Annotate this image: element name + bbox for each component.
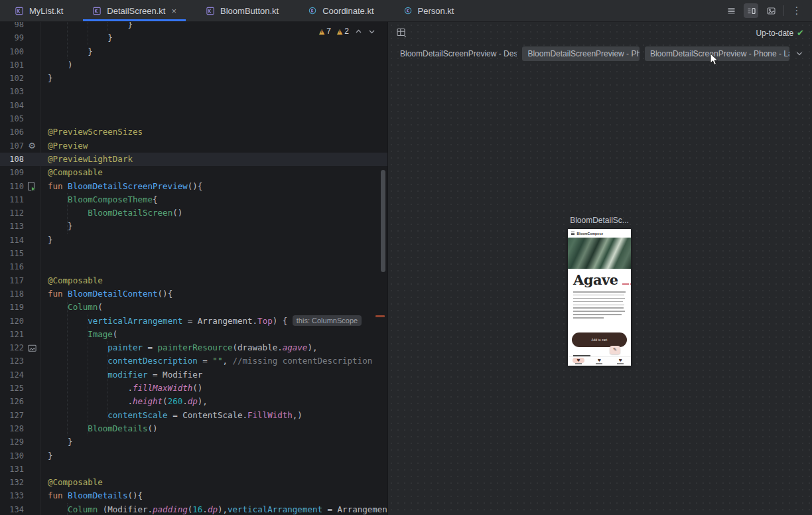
line-number: 129 xyxy=(0,435,24,449)
code-token: @Composable xyxy=(48,167,103,177)
code-text: @Composable xyxy=(40,476,103,489)
gutter[interactable]: 105 xyxy=(0,112,40,125)
gutter[interactable]: 128 xyxy=(0,422,40,435)
image-preview-icon[interactable] xyxy=(764,3,778,18)
gutter[interactable]: 112 xyxy=(0,206,40,220)
preview-tab-1[interactable]: BloomDetailScreenPreview - Phone xyxy=(522,46,640,61)
code-token: BloomDetails xyxy=(88,423,147,433)
gutter-slot xyxy=(24,368,40,382)
gutter[interactable]: 130 xyxy=(0,449,40,463)
gutter[interactable]: 113 xyxy=(0,220,40,233)
weak-warnings-count[interactable]: ▲ 2 xyxy=(337,27,349,36)
prev-issue-icon[interactable] xyxy=(355,28,362,35)
tab-person-kt[interactable]: Person.kt xyxy=(394,0,464,21)
tab-bloombutton-kt[interactable]: BloomButton.kt xyxy=(196,0,288,21)
gutter[interactable]: 134 xyxy=(0,503,40,515)
gutter[interactable]: 111 xyxy=(0,193,40,206)
gutter[interactable]: 117 xyxy=(0,274,40,287)
code-token: , xyxy=(222,356,232,366)
code-token: verticalArrangement xyxy=(88,316,182,326)
warnings-count[interactable]: ▲ 7 xyxy=(319,27,331,36)
close-icon[interactable]: × xyxy=(171,6,176,16)
nav-item-2: ♥ xyxy=(613,358,628,364)
gutter[interactable]: 104 xyxy=(0,99,40,112)
inspection-widget[interactable]: ▲ 7 ▲ 2 xyxy=(319,27,375,36)
code-token: () xyxy=(172,208,182,218)
code-text: painter = painterResource(drawable.agave… xyxy=(40,341,317,354)
gutter[interactable]: 120 xyxy=(0,315,40,328)
code-token: fun xyxy=(48,490,63,500)
code-line-114: 114} xyxy=(0,234,387,247)
gutter-slot xyxy=(24,125,40,139)
tab-mylist-kt[interactable]: MyList.kt xyxy=(5,0,72,21)
code-token: agave xyxy=(283,342,308,352)
tab-label: BloomButton.kt xyxy=(220,6,279,16)
gutter[interactable]: 116 xyxy=(0,260,40,273)
gutter[interactable]: 102 xyxy=(0,72,40,85)
split-editor-icon[interactable] xyxy=(744,3,758,18)
tab-detailscreen-kt[interactable]: DetailScreen.kt× xyxy=(83,0,186,21)
preview-tab-0[interactable]: BloomDetailScreenPreview - Desktop xyxy=(395,46,517,61)
kotlin-file-icon xyxy=(206,6,216,16)
gutter[interactable]: 121 xyxy=(0,328,40,341)
code-text: @PreviewScreenSizes xyxy=(40,125,143,139)
build-status-label: Up-to-date xyxy=(756,29,793,38)
code-token xyxy=(48,504,68,514)
gear-icon[interactable]: ⚙ xyxy=(24,139,40,153)
gutter[interactable]: 118 xyxy=(0,287,40,301)
tab-coordinate-kt[interactable]: Coordinate.kt xyxy=(299,0,383,21)
gutter[interactable]: 101 xyxy=(0,58,40,72)
grid-view-icon[interactable] xyxy=(396,27,407,38)
gutter[interactable]: 129 xyxy=(0,435,40,449)
run-preview-icon[interactable] xyxy=(24,180,40,193)
gutter[interactable]: 125 xyxy=(0,382,40,395)
code-text: } xyxy=(40,45,93,58)
gutter[interactable]: 131 xyxy=(0,463,40,476)
gutter[interactable]: 107⚙ xyxy=(0,139,40,153)
gutter[interactable]: 110 xyxy=(0,180,40,193)
plant-heading-row: Agave xyxy=(568,269,631,287)
editor-scrollbar[interactable] xyxy=(381,170,385,272)
gutter[interactable]: 124 xyxy=(0,368,40,382)
error-stripe-mark[interactable] xyxy=(375,315,385,317)
more-options-icon[interactable]: ⋮ xyxy=(789,3,804,18)
gutter[interactable]: 119 xyxy=(0,301,40,314)
gutter[interactable]: 114 xyxy=(0,234,40,247)
code-text: BloomDetails() xyxy=(40,422,158,435)
code-token: } xyxy=(48,22,133,29)
phone-preview[interactable]: BloomCompose Agave Add to cart ✎ ♥♥♥ xyxy=(568,229,631,366)
code-token xyxy=(48,194,68,204)
gutter[interactable]: 103 xyxy=(0,85,40,98)
image-line-icon[interactable] xyxy=(24,341,40,354)
code-token: //missing contentDescription xyxy=(232,356,372,366)
menu-list-icon[interactable] xyxy=(724,3,738,18)
pencil-icon: ✎ xyxy=(613,348,617,352)
gutter-slot xyxy=(24,435,40,449)
gutter[interactable]: 99 xyxy=(0,31,40,44)
editor-tab-bar: MyList.ktDetailScreen.kt×BloomButton.ktC… xyxy=(0,0,812,22)
nav-label-placeholder xyxy=(596,363,602,364)
code-token xyxy=(48,356,107,366)
gutter[interactable]: 109 xyxy=(0,166,40,179)
code-token: contentScale xyxy=(107,410,167,420)
code-editor[interactable]: 98 }99 }100 }101 )102}103104105106@Previ… xyxy=(0,22,387,515)
code-line-132: 132@Composable xyxy=(0,476,387,489)
gutter[interactable]: 108 xyxy=(0,153,40,166)
gutter[interactable]: 133 xyxy=(0,489,40,502)
gutter[interactable]: 123 xyxy=(0,354,40,368)
gutter[interactable]: 126 xyxy=(0,395,40,408)
gutter[interactable]: 115 xyxy=(0,247,40,260)
gutter[interactable]: 100 xyxy=(0,45,40,58)
indent-guide xyxy=(67,193,68,234)
line-number: 102 xyxy=(0,72,24,85)
gutter[interactable]: 127 xyxy=(0,409,40,422)
next-issue-icon[interactable] xyxy=(368,28,375,35)
gutter[interactable]: 98 xyxy=(0,22,40,31)
preview-tabs-chevron-down-icon[interactable] xyxy=(795,49,804,58)
gutter[interactable]: 106 xyxy=(0,125,40,139)
gutter[interactable]: 132 xyxy=(0,476,40,489)
code-token: . xyxy=(48,396,133,406)
kotlin-class-icon xyxy=(308,6,318,16)
gutter[interactable]: 122 xyxy=(0,341,40,354)
build-status[interactable]: Up-to-date ✔ xyxy=(756,28,804,38)
